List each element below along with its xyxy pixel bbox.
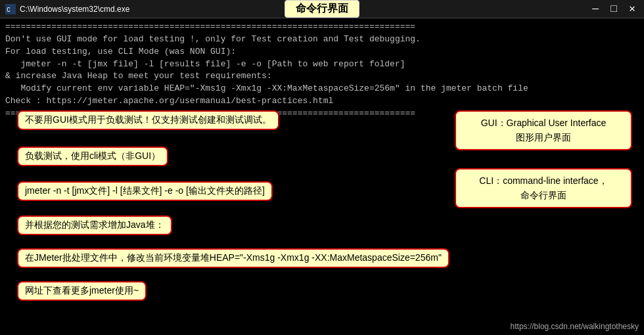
- annotation-gui-warning: 不要用GUI模式用于负载测试！仅支持测试创建和测试调试。: [17, 110, 279, 130]
- annotation-check-url: 网址下查看更多jmeter使用~: [17, 281, 147, 301]
- annotation-gui-desc: GUI：Graphical User Interface 图形用户界面: [455, 110, 632, 150]
- line-1: Don't use GUI mode for load testing !, o…: [5, 34, 639, 46]
- line-4: & increase Java Heap to meet your test r…: [5, 70, 639, 83]
- line-6: Check : https://jmeter.apache.org/userma…: [5, 95, 639, 108]
- annotation-heap-value: 在JMeter批处理文件中，修改当前环境变量堆HEAP="-Xms1g -Xmx…: [17, 248, 449, 268]
- annotation-cli-desc: CLI：command-line interface， 命令行界面: [455, 168, 632, 208]
- line-5: Modify current env variable HEAP="-Xms1g…: [5, 83, 639, 95]
- annotation-cli-mode: 负载测试，使用cli模式（非GUI）: [17, 146, 168, 166]
- title-center-label: 命令行界面: [285, 0, 359, 18]
- title-path: C:\Windows\system32\cmd.exe: [20, 5, 129, 14]
- cmd-icon: C: [5, 4, 16, 14]
- line-2: For load testing, use CLI Mode (was NON …: [5, 46, 639, 58]
- watermark: https://blog.csdn.net/walkingtothesky: [511, 322, 639, 331]
- maximize-button[interactable]: □: [607, 4, 620, 14]
- line-3: jmeter -n -t [jmx file] -l [results file…: [5, 58, 639, 71]
- minimize-button[interactable]: —: [589, 4, 602, 14]
- title-bar: C C:\Windows\system32\cmd.exe 命令行界面 — □ …: [0, 0, 644, 18]
- annotation-java-heap: 并根据您的测试需求增加Java堆：: [17, 215, 172, 235]
- window-controls: — □ ✕: [589, 4, 639, 14]
- svg-text:C: C: [7, 7, 11, 14]
- terminal-area: ========================================…: [0, 18, 644, 335]
- close-button[interactable]: ✕: [626, 4, 639, 14]
- annotation-jmeter-command: jmeter -n -t [jmx文件] -l [结果文件] -e -o [输出…: [17, 181, 273, 201]
- separator-top: ========================================…: [5, 21, 639, 34]
